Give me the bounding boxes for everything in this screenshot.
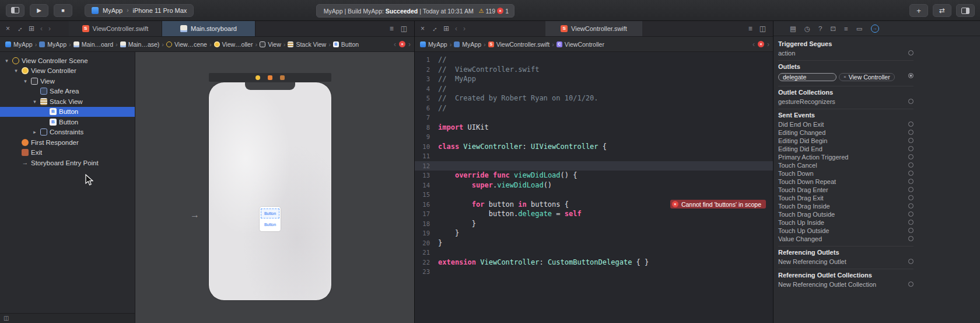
toggle-inspector-button[interactable]: [956, 4, 975, 17]
run-button[interactable]: ▶: [30, 4, 48, 17]
line-number[interactable]: 8: [415, 124, 438, 131]
breadcrumb-item[interactable]: MyApp: [454, 41, 481, 48]
code-line[interactable]: 12: [415, 161, 773, 171]
editor-options-icon[interactable]: ≡: [390, 25, 394, 32]
line-number[interactable]: 7: [415, 114, 438, 121]
connection-well[interactable]: [908, 130, 914, 135]
breadcrumb-item[interactable]: View: [260, 41, 281, 48]
back-icon[interactable]: ‹: [40, 25, 43, 32]
connection-well[interactable]: [908, 211, 914, 217]
breadcrumb-item[interactable]: SViewController.swift: [488, 41, 550, 48]
attributes-inspector-icon[interactable]: ≡: [844, 25, 848, 32]
inspector-row[interactable]: Touch Up Inside: [778, 218, 914, 227]
canvas-button[interactable]: Button: [261, 220, 279, 230]
inspector-row[interactable]: Touch Down Repeat: [778, 178, 914, 186]
back-icon[interactable]: ‹: [455, 25, 457, 32]
code-line[interactable]: 1//: [415, 55, 773, 65]
outline-row[interactable]: ▾Stack View: [0, 96, 135, 107]
connection-well[interactable]: [908, 162, 914, 168]
stack-view-canvas[interactable]: Button Button: [260, 207, 281, 231]
connection-well[interactable]: [908, 99, 914, 104]
tab-viewcontroller-swift[interactable]: S ViewController.swift: [69, 21, 162, 36]
line-number[interactable]: 14: [415, 182, 438, 189]
inspector-row[interactable]: Editing Did End: [778, 145, 914, 153]
code-line[interactable]: 22extension ViewController: CustomButton…: [415, 258, 773, 268]
identity-inspector-icon[interactable]: ⊡: [830, 25, 836, 33]
breadcrumb-item[interactable]: View…cene: [166, 41, 207, 48]
source-code-editor[interactable]: 1//2// ViewController.swift3// MyApp4//5…: [415, 52, 773, 323]
code-line[interactable]: 21: [415, 248, 773, 258]
connection-well[interactable]: [908, 73, 914, 78]
inspector-row[interactable]: Value Changed: [778, 235, 914, 243]
line-number[interactable]: 4: [415, 85, 438, 92]
connection-well[interactable]: [908, 259, 914, 264]
entry-point-arrow[interactable]: →: [190, 210, 200, 220]
history-inspector-icon[interactable]: ◷: [804, 25, 810, 33]
outline-row[interactable]: BButton: [0, 107, 135, 117]
connection-well[interactable]: [908, 146, 914, 151]
inspector-row[interactable]: New Referencing Outlet Collection: [778, 280, 914, 289]
outline-row[interactable]: Safe Area: [0, 86, 135, 97]
canvas-button-selected[interactable]: Button: [261, 209, 279, 218]
add-editor-icon[interactable]: ◫: [401, 25, 407, 32]
outline-row[interactable]: ▾View: [0, 76, 135, 86]
breadcrumb-item[interactable]: CViewController: [556, 41, 604, 48]
code-line[interactable]: 8import UIKit: [415, 123, 773, 133]
inspector-row[interactable]: Touch Drag Enter: [778, 186, 914, 194]
breadcrumb-item[interactable]: MyApp: [5, 41, 33, 48]
line-number[interactable]: 17: [415, 210, 438, 217]
connection-well[interactable]: [908, 179, 914, 184]
library-button[interactable]: +: [909, 4, 928, 17]
disclosure-triangle-icon[interactable]: ▾: [4, 58, 10, 64]
forward-icon[interactable]: ›: [463, 25, 466, 32]
disclosure-triangle-icon[interactable]: ▾: [32, 99, 38, 105]
connection-well[interactable]: [908, 121, 914, 127]
outlet-pill[interactable]: delegate: [778, 73, 836, 81]
inspector-row[interactable]: Touch Drag Exit: [778, 194, 914, 202]
connections-inspector-icon[interactable]: →: [871, 25, 879, 33]
outline-row[interactable]: Exit: [0, 148, 135, 158]
code-line[interactable]: 11: [415, 151, 773, 161]
size-inspector-icon[interactable]: ▭: [856, 25, 863, 33]
expand-editor-icon[interactable]: ↔: [15, 24, 24, 34]
disclosure-triangle-icon[interactable]: ▸: [32, 129, 38, 135]
inspector-row[interactable]: Touch Drag Inside: [778, 202, 914, 210]
line-number[interactable]: 13: [415, 172, 438, 179]
stop-button[interactable]: ■: [54, 4, 72, 17]
line-number[interactable]: 12: [415, 162, 438, 169]
code-line[interactable]: 14 super.viewDidLoad(): [415, 180, 773, 190]
code-line[interactable]: 16 for button in buttons {×Cannot find '…: [415, 200, 773, 210]
code-line[interactable]: 2// ViewController.swift: [415, 65, 773, 75]
close-editor-icon[interactable]: ×: [6, 25, 10, 32]
inspector-row[interactable]: Touch Up Outside: [778, 227, 914, 235]
code-line[interactable]: 18 }: [415, 219, 773, 229]
first-responder-dock-icon[interactable]: [268, 75, 272, 80]
connection-well[interactable]: [908, 220, 914, 225]
code-line[interactable]: 19 }: [415, 228, 773, 238]
inspector-row[interactable]: Touch Drag Outside: [778, 210, 914, 218]
connection-well[interactable]: [908, 203, 914, 209]
editor-options-icon[interactable]: ≡: [748, 25, 752, 32]
code-line[interactable]: 10class ViewController: UIViewController…: [415, 142, 773, 152]
connection-well[interactable]: [908, 50, 914, 55]
connected-target-pill[interactable]: ×View Controller: [839, 73, 895, 81]
disconnect-icon[interactable]: ×: [844, 73, 846, 81]
inspector-row[interactable]: New Referencing Outlet: [778, 258, 914, 266]
line-number[interactable]: 15: [415, 191, 438, 198]
previous-issue-icon[interactable]: ‹: [752, 41, 755, 48]
code-line[interactable]: 23: [415, 267, 773, 277]
issue-error-icon[interactable]: ×: [758, 41, 764, 47]
tab-viewcontroller-swift[interactable]: S ViewController.swift: [545, 21, 642, 36]
next-issue-icon[interactable]: ›: [408, 41, 411, 48]
connection-well[interactable]: [908, 138, 914, 143]
line-number[interactable]: 16: [415, 201, 438, 208]
inspector-row[interactable]: gestureRecognizers: [778, 98, 914, 106]
related-items-icon[interactable]: ⊞: [443, 25, 449, 32]
inspector-row[interactable]: Touch Cancel: [778, 161, 914, 169]
outline-row[interactable]: →Storyboard Entry Point: [0, 158, 135, 168]
code-review-button[interactable]: ⇄: [933, 4, 951, 17]
exit-dock-icon[interactable]: [280, 75, 285, 80]
line-number[interactable]: 9: [415, 133, 438, 140]
line-number[interactable]: 6: [415, 105, 438, 112]
scheme-selector[interactable]: MyApp › iPhone 11 Pro Max: [85, 4, 194, 17]
